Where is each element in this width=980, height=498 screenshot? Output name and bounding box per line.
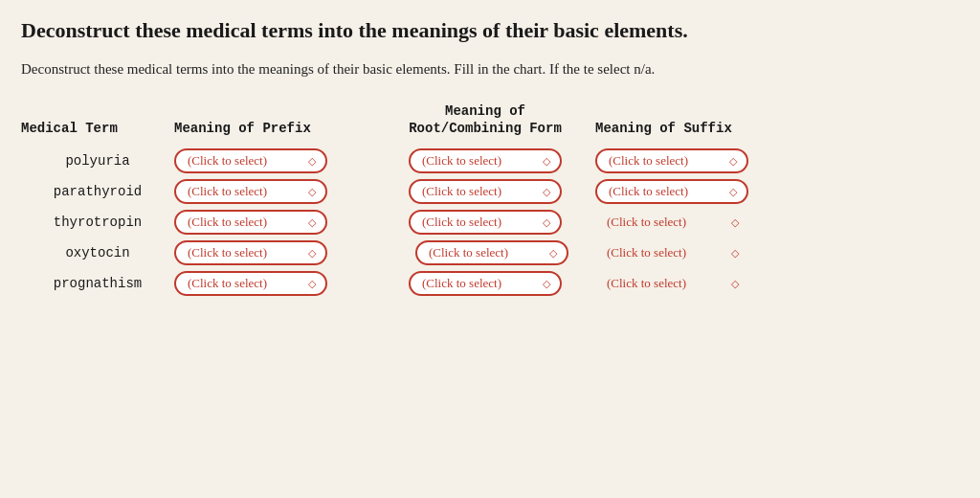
chevron-icon: ◇ xyxy=(729,187,737,197)
prefix-select-2: (Click to select) ◇ xyxy=(174,179,375,204)
term-prognathism: prognathism xyxy=(21,276,174,291)
root-dropdown-1[interactable]: (Click to select) ◇ xyxy=(409,148,562,173)
chevron-icon: ◇ xyxy=(731,217,739,228)
chevron-icon: ◇ xyxy=(308,156,316,167)
root-dropdown-4[interactable]: (Click to select) ◇ xyxy=(415,240,568,265)
suffix-dropdown-2[interactable]: (Click to select) ◇ xyxy=(595,179,748,204)
prefix-select-5: (Click to select) ◇ xyxy=(174,271,375,296)
prefix-dropdown-2[interactable]: (Click to select) ◇ xyxy=(174,179,327,204)
table-body: polyuria (Click to select) ◇ (Click to s… xyxy=(21,148,959,296)
root-dropdown-3[interactable]: (Click to select) ◇ xyxy=(409,210,562,235)
header-prefix: Meaning of Prefix xyxy=(174,119,375,137)
prefix-dropdown-1[interactable]: (Click to select) ◇ xyxy=(174,148,327,173)
header-root: Meaning ofRoot/Combining Form xyxy=(375,102,595,137)
term-polyuria: polyuria xyxy=(21,153,174,169)
prefix-select-4: (Click to select) ◇ xyxy=(174,240,375,265)
term-thyrotropin: thyrotropin xyxy=(21,215,174,230)
chevron-icon: ◇ xyxy=(731,248,739,259)
chevron-icon: ◇ xyxy=(308,248,316,259)
suffix-select-4: (Click to select) ◇ xyxy=(595,242,825,263)
header-suffix: Meaning of Suffix xyxy=(595,119,825,137)
chevron-icon: ◇ xyxy=(543,156,550,167)
prefix-select-3: (Click to select) ◇ xyxy=(174,210,375,235)
prefix-select-1: (Click to select) ◇ xyxy=(174,148,375,173)
chevron-icon: ◇ xyxy=(543,279,550,289)
prefix-dropdown-4[interactable]: (Click to select) ◇ xyxy=(174,240,327,265)
suffix-select-3: (Click to select) ◇ xyxy=(595,212,825,233)
page-description: Deconstruct these medical terms into the… xyxy=(21,58,959,80)
chevron-icon: ◇ xyxy=(729,156,737,167)
table-header: Medical Term Meaning of Prefix Meaning o… xyxy=(21,102,959,141)
root-select-3: (Click to select) ◇ xyxy=(375,210,595,235)
suffix-select-5: (Click to select) ◇ xyxy=(595,273,825,294)
root-dropdown-2[interactable]: (Click to select) ◇ xyxy=(409,179,562,204)
chevron-icon: ◇ xyxy=(308,217,316,228)
suffix-dropdown-3[interactable]: (Click to select) ◇ xyxy=(595,212,748,233)
term-parathyroid: parathyroid xyxy=(21,184,174,199)
header-medical-term: Medical Term xyxy=(21,119,174,137)
chevron-icon: ◇ xyxy=(308,279,316,289)
chevron-icon: ◇ xyxy=(543,187,550,197)
suffix-select-1: (Click to select) ◇ xyxy=(595,148,825,173)
table-row: polyuria (Click to select) ◇ (Click to s… xyxy=(21,148,959,173)
chevron-icon: ◇ xyxy=(731,279,739,289)
suffix-dropdown-4[interactable]: (Click to select) ◇ xyxy=(595,242,748,263)
root-select-2: (Click to select) ◇ xyxy=(375,179,595,204)
table-row: thyrotropin (Click to select) ◇ (Click t… xyxy=(21,210,959,235)
suffix-dropdown-5[interactable]: (Click to select) ◇ xyxy=(595,273,748,294)
root-select-4: (Click to select) ◇ xyxy=(375,240,595,265)
suffix-select-2: (Click to select) ◇ xyxy=(595,179,825,204)
chevron-icon: ◇ xyxy=(543,217,550,228)
root-select-1: (Click to select) ◇ xyxy=(375,148,595,173)
chevron-icon: ◇ xyxy=(549,248,557,259)
main-table: Medical Term Meaning of Prefix Meaning o… xyxy=(21,102,959,296)
chevron-icon: ◇ xyxy=(308,187,316,197)
prefix-dropdown-5[interactable]: (Click to select) ◇ xyxy=(174,271,327,296)
prefix-dropdown-3[interactable]: (Click to select) ◇ xyxy=(174,210,327,235)
table-row: parathyroid (Click to select) ◇ (Click t… xyxy=(21,179,959,204)
page-title: Deconstruct these medical terms into the… xyxy=(21,17,959,45)
term-oxytocin: oxytocin xyxy=(21,245,174,260)
table-row: oxytocin (Click to select) ◇ (Click to s… xyxy=(21,240,959,265)
suffix-dropdown-1[interactable]: (Click to select) ◇ xyxy=(595,148,748,173)
table-row: prognathism (Click to select) ◇ (Click t… xyxy=(21,271,959,296)
root-dropdown-5[interactable]: (Click to select) ◇ xyxy=(409,271,562,296)
root-select-5: (Click to select) ◇ xyxy=(375,271,595,296)
